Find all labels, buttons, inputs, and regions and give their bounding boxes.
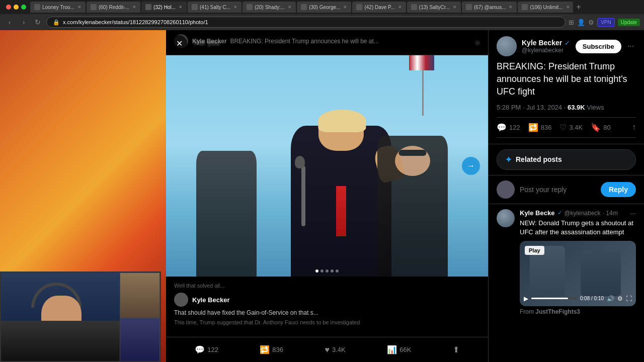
dot-3 [326, 269, 329, 273]
share-action[interactable]: ⬆ [453, 345, 459, 354]
retweet-count: 836 [272, 346, 283, 353]
stat-bookmark-count: 80 [603, 124, 610, 131]
video-timestamp: 0:08 / 0:10 [580, 296, 604, 301]
views-action[interactable]: 📊 66K [387, 345, 411, 354]
retweet-action[interactable]: 🔁 836 [260, 345, 283, 354]
forward-button[interactable]: › [18, 17, 29, 28]
tab-3-active[interactable]: (32) Hol...✕ [141, 2, 187, 13]
url-display: x.com/kylenabecker/status/18122829927082… [63, 19, 208, 25]
related-posts-button[interactable]: ✦ Related posts [497, 149, 636, 170]
play-ctrl-icon[interactable]: ▶ [524, 295, 528, 302]
volume-icon[interactable]: 🔊 [607, 295, 614, 302]
update-badge[interactable]: Update [618, 19, 640, 26]
reply-button[interactable]: Reply [601, 182, 636, 197]
settings-video-icon[interactable]: ⚙ [617, 295, 623, 302]
views-icon: 📊 [387, 345, 397, 354]
reply-avatar [497, 180, 515, 199]
tweet-image: → [166, 55, 488, 277]
settings-icon[interactable]: ⚙ [588, 19, 594, 26]
stat-retweet-icon: 🔁 [528, 123, 538, 132]
presenter-body [1, 321, 120, 361]
stat-share[interactable]: ↑ [632, 123, 636, 132]
main-content: ✕ ✕ For you » Kyle Becker BREAKING: Pres… [0, 30, 644, 362]
stat-like[interactable]: ♡ 3.4K [559, 123, 583, 132]
play-button[interactable]: Play [525, 246, 544, 255]
bottom-filler-text: Well that solved all... [174, 281, 480, 291]
comment-text: NEW: Donald Trump gets a shoutout at UFC… [520, 219, 636, 237]
tab-1[interactable]: Looney Troo...✕ [30, 2, 86, 13]
tab-5[interactable]: (20) Shady:...✕ [243, 2, 296, 13]
reply-icon: 💬 [195, 345, 205, 354]
stat-reply-count: 122 [509, 124, 520, 131]
related-posts-label: Related posts [516, 155, 562, 163]
dot-5 [336, 269, 339, 273]
bottom-extra-text: This time, Trump suggested that Dr. Anth… [174, 319, 480, 325]
tab-10[interactable]: (106) Unlimit...✕ [518, 2, 573, 13]
reload-button[interactable]: ↻ [32, 17, 43, 28]
dot-1 [315, 269, 318, 273]
bg-tweet-overlay: Kyle Becker BREAKING: President Trump an… [166, 30, 488, 52]
tab-2[interactable]: (60) Reddit-...✕ [87, 2, 140, 13]
maximize-traffic-light[interactable] [21, 5, 26, 10]
lock-icon: 🔒 [53, 19, 60, 26]
reply-action[interactable]: 💬 122 [195, 345, 218, 354]
close-button[interactable]: ✕ [171, 35, 187, 51]
vpn-badge[interactable]: VPN [597, 18, 615, 27]
author-name: Kyle Becker [522, 39, 562, 47]
tweet-views-label: Views [587, 104, 604, 111]
stat-retweet[interactable]: 🔁 836 [528, 123, 552, 132]
tweet-author-section: Kyle Becker ✓ @kylenabecker Subscribe ··… [489, 30, 644, 144]
bg-figure-2 [377, 136, 448, 277]
comments-section: Kyle Becke ✓ @kylenabeck · 14m ··· NEW: … [489, 204, 644, 327]
comment-header: Kyle Becke ✓ @kylenabeck · 14m ··· [520, 209, 636, 217]
tweet-views-count: 63.9K [568, 104, 585, 111]
tab-9[interactable]: (67) @amus...✕ [462, 2, 517, 13]
tab-6[interactable]: (30) George...✕ [297, 2, 351, 13]
tab-8[interactable]: (13) SaltyCr...✕ [407, 2, 461, 13]
comment-author-name: Kyle Becke [520, 209, 554, 217]
browser-chrome: Looney Troo...✕ (60) Reddit-...✕ (32) Ho… [0, 0, 644, 30]
subscribe-button[interactable]: Subscribe [576, 40, 621, 53]
comment-more-button[interactable]: ··· [630, 209, 636, 217]
video-thumbnail[interactable]: Play ▶ 0:08 / 0:10 🔊 ⚙ ⛶ [520, 241, 636, 306]
author-actions: Subscribe ··· [576, 40, 636, 53]
stat-share-icon: ↑ [632, 123, 636, 132]
tweet-timestamp: 5:28 PM · Jul 13, 2024 [497, 104, 562, 111]
comment-handle: @kylenabeck [564, 210, 600, 217]
mic-head [295, 156, 305, 168]
profile-icon[interactable]: 👤 [577, 19, 585, 26]
fullscreen-icon[interactable]: ⛶ [626, 295, 632, 302]
comment-time: · 14m [603, 210, 618, 217]
comment-avatar [497, 209, 515, 227]
new-tab-button[interactable]: + [574, 3, 583, 12]
author-handle: @kylenabecker [522, 47, 570, 54]
video-progress-bar[interactable] [531, 298, 577, 299]
bottom-username: Kyle Becker [192, 296, 229, 304]
tab-7[interactable]: (42) Dave P...✕ [352, 2, 406, 13]
close-traffic-light[interactable] [6, 5, 11, 10]
more-options-button[interactable]: ··· [625, 40, 636, 53]
author-avatar [497, 36, 517, 56]
reply-input-placeholder[interactable]: Post your reply [520, 186, 596, 194]
extensions-icon[interactable]: ⊞ [569, 19, 574, 26]
author-info: Kyle Becker ✓ @kylenabecker [497, 36, 570, 56]
back-button[interactable]: ‹ [4, 17, 15, 28]
author-name-group: Kyle Becker ✓ @kylenabecker [522, 39, 570, 54]
tab-4[interactable]: (41) Salty C...✕ [188, 2, 242, 13]
next-image-button[interactable]: → [462, 157, 480, 175]
tweet-detail-panel: Kyle Becker ✓ @kylenabecker Subscribe ··… [488, 30, 644, 362]
related-posts-section: ✦ Related posts [489, 144, 644, 175]
tweet-actions-bar: 💬 122 🔁 836 ♥ 3.4K 📊 66K ⬆ [166, 337, 488, 362]
stat-bookmark-icon: 🔖 [591, 123, 601, 132]
bottom-tweet-text: That should have fixed the Gain-of-Servi… [174, 309, 480, 317]
like-action[interactable]: ♥ 3.4K [325, 345, 346, 354]
stat-reply-icon: 💬 [497, 123, 507, 132]
stat-reply[interactable]: 💬 122 [497, 123, 520, 132]
address-bar[interactable]: 🔒 x.com/kylenabecker/status/181228299270… [46, 17, 566, 28]
minimize-traffic-light[interactable] [14, 5, 19, 10]
tweet-bottom-text: Well that solved all... Kyle Becker That… [166, 277, 488, 337]
stat-bookmark[interactable]: 🔖 80 [591, 123, 610, 132]
video-from-label: From JustTheFights3 [520, 306, 636, 317]
stat-like-count: 3.4K [569, 124, 583, 131]
portrait-2 [120, 318, 160, 362]
